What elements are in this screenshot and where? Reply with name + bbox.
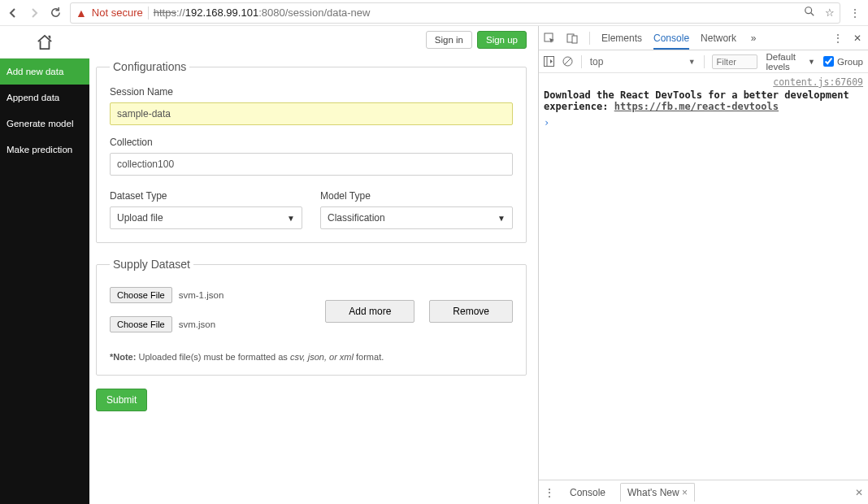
- supply-dataset-legend: Supply Dataset: [110, 258, 193, 271]
- console-toolbar: top ▼ Default levels▼ Group: [539, 50, 868, 73]
- reload-icon[interactable]: [49, 7, 62, 20]
- session-name-label: Session Name: [110, 86, 513, 98]
- inspect-icon[interactable]: [544, 33, 555, 44]
- sidebar: Add new data Append data Generate model …: [0, 26, 89, 504]
- drawer-tab-whats-new[interactable]: What's New ×: [620, 483, 695, 502]
- address-bar[interactable]: ▲ Not secure https://192.168.99.101:8080…: [70, 2, 840, 24]
- model-type-value: Classification: [328, 212, 385, 224]
- sidebar-toggle-icon[interactable]: [544, 56, 554, 67]
- collection-label: Collection: [110, 137, 513, 148]
- close-drawer-icon[interactable]: ✕: [855, 487, 863, 498]
- menu-icon[interactable]: ⋮: [848, 7, 861, 20]
- close-icon[interactable]: ×: [682, 487, 688, 498]
- back-icon[interactable]: [7, 7, 20, 20]
- tab-console[interactable]: Console: [653, 27, 689, 50]
- divider: [589, 32, 590, 45]
- dataset-type-label: Dataset Type: [110, 190, 302, 202]
- warning-icon: ▲: [76, 7, 87, 20]
- sign-up-button[interactable]: Sign up: [477, 31, 527, 49]
- clear-console-icon[interactable]: [562, 56, 573, 67]
- file-name: svm.json: [179, 319, 215, 329]
- devtools-tabs: Elements Console Network » ⋮ ✕: [539, 26, 868, 50]
- devtools-panel: Elements Console Network » ⋮ ✕ top ▼: [538, 26, 868, 504]
- drawer-tab-console[interactable]: Console: [563, 484, 612, 502]
- forward-icon: [28, 7, 41, 20]
- divider: [148, 7, 149, 20]
- page-content: Add new data Append data Generate model …: [0, 26, 538, 504]
- chevron-down-icon: ▼: [287, 214, 295, 223]
- supply-dataset-fieldset: Supply Dataset Add more Remove Choose Fi…: [96, 258, 527, 376]
- choose-file-button[interactable]: Choose File: [110, 287, 172, 303]
- tab-elements[interactable]: Elements: [601, 27, 642, 50]
- devtools-link[interactable]: https://fb.me/react-devtools: [614, 101, 779, 112]
- kebab-icon[interactable]: ⋮: [832, 33, 844, 44]
- remove-button[interactable]: Remove: [429, 300, 513, 323]
- sidebar-item-append-data[interactable]: Append data: [0, 85, 89, 111]
- close-icon[interactable]: ✕: [852, 33, 863, 44]
- sign-in-button[interactable]: Sign in: [426, 31, 472, 49]
- devtools-drawer-tabs: ⋮ Console What's New × ✕: [539, 480, 868, 504]
- log-level-select[interactable]: Default levels▼: [766, 52, 815, 72]
- svg-line-9: [565, 59, 571, 65]
- collection-input[interactable]: [110, 153, 513, 176]
- configurations-legend: Configurations: [110, 60, 189, 73]
- svg-rect-4: [572, 36, 577, 43]
- filter-input[interactable]: [712, 54, 757, 69]
- note-text: *Note: Uploaded file(s) must be formatte…: [110, 352, 513, 362]
- sidebar-item-generate-model[interactable]: Generate model: [0, 111, 89, 137]
- star-icon[interactable]: ☆: [825, 7, 835, 19]
- model-type-select[interactable]: Classification ▼: [320, 206, 513, 229]
- chevron-down-icon: ▼: [497, 214, 506, 223]
- source-link[interactable]: content.js:67609: [544, 76, 863, 88]
- sidebar-item-add-new-data[interactable]: Add new data: [0, 59, 89, 85]
- configurations-fieldset: Configurations Session Name Collection D…: [96, 60, 527, 243]
- not-secure-label: Not secure: [92, 7, 143, 19]
- chevron-down-icon: ▼: [808, 58, 815, 66]
- divider: [581, 55, 582, 68]
- console-prompt[interactable]: ›: [544, 117, 863, 128]
- console-message: Download the React DevTools for a better…: [544, 89, 863, 112]
- submit-button[interactable]: Submit: [96, 389, 147, 411]
- svg-marker-7: [550, 59, 553, 63]
- console-output: content.js:67609 Download the React DevT…: [539, 73, 868, 480]
- context-selector[interactable]: top ▼: [590, 56, 696, 67]
- device-toggle-icon[interactable]: [566, 33, 578, 44]
- divider: [704, 55, 705, 68]
- chevron-down-icon: ▼: [688, 58, 696, 66]
- add-more-button[interactable]: Add more: [325, 300, 414, 323]
- url-text: https://192.168.99.101:8080/session/data…: [154, 7, 371, 19]
- overflow-icon[interactable]: »: [748, 33, 759, 44]
- zoom-icon[interactable]: [804, 6, 815, 20]
- group-similar-toggle[interactable]: Group: [823, 56, 863, 67]
- svg-line-1: [811, 13, 814, 16]
- file-name: svm-1.json: [179, 290, 224, 300]
- sidebar-item-make-prediction[interactable]: Make prediction: [0, 137, 89, 163]
- browser-toolbar: ▲ Not secure https://192.168.99.101:8080…: [0, 0, 868, 26]
- model-type-label: Model Type: [320, 190, 513, 202]
- group-checkbox[interactable]: [823, 56, 834, 67]
- session-name-input[interactable]: [110, 102, 513, 125]
- tab-network[interactable]: Network: [701, 27, 736, 50]
- home-icon[interactable]: [0, 26, 89, 59]
- kebab-icon[interactable]: ⋮: [544, 487, 555, 498]
- dataset-type-select[interactable]: Upload file ▼: [110, 206, 302, 229]
- choose-file-button[interactable]: Choose File: [110, 316, 172, 332]
- dataset-type-value: Upload file: [117, 212, 163, 224]
- svg-point-0: [805, 7, 812, 14]
